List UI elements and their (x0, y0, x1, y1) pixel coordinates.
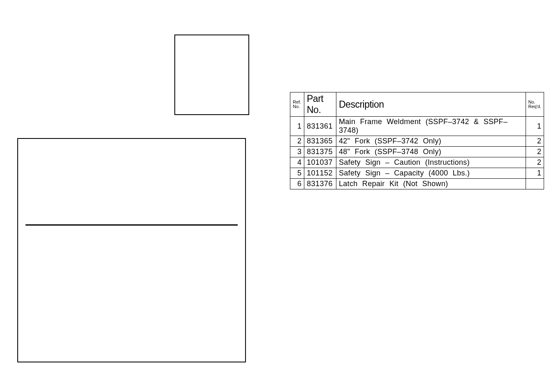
header-part-no: Part No. (304, 92, 336, 117)
cell-desc: 48" Fork (SSPF–3748 Only) (336, 147, 526, 157)
cell-ref: 2 (290, 136, 304, 147)
cell-desc: Safety Sign – Capacity (4000 Lbs.) (336, 168, 526, 179)
cell-req: 2 (526, 147, 544, 157)
cell-req: 1 (526, 168, 544, 179)
cell-req (526, 179, 544, 189)
header-description: Description (336, 92, 526, 117)
table-row: 4 101037 Safety Sign – Caution (Instruct… (290, 157, 544, 168)
cell-ref: 3 (290, 147, 304, 157)
table-row: 3 831375 48" Fork (SSPF–3748 Only) 2 (290, 147, 544, 157)
diagram-box-bottom (17, 138, 246, 362)
table-header-row: Ref. No. Part No. Description No. Req'd. (290, 92, 544, 117)
cell-desc: Safety Sign – Caution (Instructions) (336, 157, 526, 168)
diagram-box-top (174, 35, 249, 115)
cell-ref: 5 (290, 168, 304, 179)
cell-part: 831365 (304, 136, 336, 147)
table-row: 2 831365 42" Fork (SSPF–3742 Only) 2 (290, 136, 544, 147)
cell-req: 2 (526, 136, 544, 147)
table-row: 6 831376 Latch Repair Kit (Not Shown) (290, 179, 544, 189)
diagram-box-divider (25, 224, 238, 226)
cell-ref: 1 (290, 117, 304, 136)
cell-req: 2 (526, 157, 544, 168)
cell-ref: 4 (290, 157, 304, 168)
cell-ref: 6 (290, 179, 304, 189)
cell-part: 831376 (304, 179, 336, 189)
cell-req: 1 (526, 117, 544, 136)
cell-part: 101152 (304, 168, 336, 179)
cell-part: 101037 (304, 157, 336, 168)
cell-desc: Main Frame Weldment (SSPF–3742 & SSPF–37… (336, 117, 526, 136)
table-row: 1 831361 Main Frame Weldment (SSPF–3742 … (290, 117, 544, 136)
cell-part: 831361 (304, 117, 336, 136)
parts-table: Ref. No. Part No. Description No. Req'd.… (290, 92, 544, 189)
cell-part: 831375 (304, 147, 336, 157)
header-ref-no: Ref. No. (290, 92, 304, 117)
cell-desc: Latch Repair Kit (Not Shown) (336, 179, 526, 189)
cell-desc: 42" Fork (SSPF–3742 Only) (336, 136, 526, 147)
table-row: 5 101152 Safety Sign – Capacity (4000 Lb… (290, 168, 544, 179)
header-no-reqd: No. Req'd. (526, 92, 544, 117)
